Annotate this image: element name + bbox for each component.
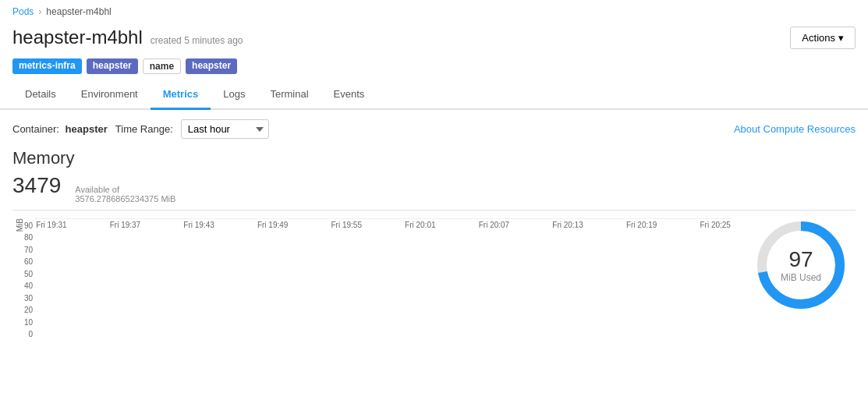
donut-chart: 97 MiB Used [754,218,848,312]
y-label: 60 [24,257,33,266]
available-value: 3576.2786865234375 MiB [75,194,175,204]
chart-area: MiB 90 80 70 60 50 40 30 20 10 0 [12,218,856,338]
x-label: Fri 20:19 [626,221,657,229]
tab-metrics[interactable]: Metrics [151,80,211,110]
chart-with-axis: MiB 90 80 70 60 50 40 30 20 10 0 [12,218,731,338]
tab-logs[interactable]: Logs [211,80,257,110]
title-group: heapster-m4bhl created 5 minutes ago [12,27,243,48]
y-label: 70 [24,246,33,254]
page-title: heapster-m4bhl [12,27,143,48]
page-header: heapster-m4bhl created 5 minutes ago Act… [0,23,868,55]
created-time: created 5 minutes ago [151,35,243,46]
x-axis: Fri 19:31 Fri 19:37 Fri 19:43 Fri 19:49 … [36,219,731,229]
y-label: 0 [29,330,34,338]
tag-heapster-1[interactable]: heapster [87,58,138,74]
y-label: 90 [24,221,33,230]
donut-chart-wrap: 97 MiB Used [731,218,856,312]
y-label: 50 [24,270,33,278]
breadcrumb-parent-link[interactable]: Pods [12,6,34,17]
x-label: Fri 20:25 [700,221,730,229]
time-range-select[interactable]: Last hour Last 24 hours Last 7 days [181,119,269,139]
x-label: Fri 19:49 [257,221,288,229]
available-label: Available of [75,185,175,194]
section-divider [12,210,856,211]
y-axis-wrap: MiB 90 80 70 60 50 40 30 20 10 0 [12,218,36,338]
container-label: Container: heapster [12,123,108,135]
chevron-down-icon: ▾ [838,32,844,44]
x-label: Fri 19:37 [110,221,140,229]
tab-terminal[interactable]: Terminal [257,80,321,110]
breadcrumb-current: heapster-m4bhl [46,6,111,17]
memory-current-value: 3479 [12,173,61,198]
breadcrumb: Pods › heapster-m4bhl [0,0,868,23]
y-label: 20 [24,306,33,314]
x-label: Fri 20:07 [479,221,509,229]
y-unit-label: MiB [16,218,24,232]
y-label: 80 [24,233,33,242]
container-name: heapster [66,123,108,135]
grid-line [37,218,731,219]
memory-section: Memory 3479 Available of 3576.2786865234… [12,148,856,338]
memory-available-group: Available of 3576.2786865234375 MiB [75,185,175,204]
chart-grid [36,218,731,219]
x-label: Fri 20:01 [405,221,435,229]
donut-unit: MiB Used [781,272,821,283]
memory-title: Memory [12,148,856,168]
tag-metrics-infra[interactable]: metrics-infra [12,58,82,74]
y-label: 30 [24,294,33,303]
tabs-row: Details Environment Metrics Logs Termina… [0,80,868,110]
x-label: Fri 19:43 [183,221,214,229]
content-area: Container: heapster Time Range: Last hou… [0,110,868,348]
tab-details[interactable]: Details [12,80,69,110]
x-label: Fri 20:13 [552,221,583,229]
tab-events[interactable]: Events [321,80,377,110]
x-label: Fri 19:55 [331,221,362,229]
time-range-label: Time Range: [115,123,173,135]
chart-column: Fri 19:31 Fri 19:37 Fri 19:43 Fri 19:49 … [36,218,731,229]
about-compute-link[interactable]: About Compute Resources [734,123,856,135]
donut-center: 97 MiB Used [781,247,821,283]
donut-value: 97 [781,247,821,272]
controls-row: Container: heapster Time Range: Last hou… [12,119,856,139]
tab-environment[interactable]: Environment [69,80,151,110]
tags-row: metrics-infra heapster name heapster [0,55,868,80]
y-label: 10 [24,318,33,327]
tag-heapster-2[interactable]: heapster [186,58,237,74]
y-label: 40 [24,281,33,290]
tag-name[interactable]: name [143,58,181,74]
x-label: Fri 19:31 [36,221,66,229]
y-axis: 90 80 70 60 50 40 30 20 10 0 [24,221,36,338]
breadcrumb-separator: › [38,6,41,17]
actions-button[interactable]: Actions ▾ [790,27,856,49]
actions-label: Actions [802,32,835,44]
